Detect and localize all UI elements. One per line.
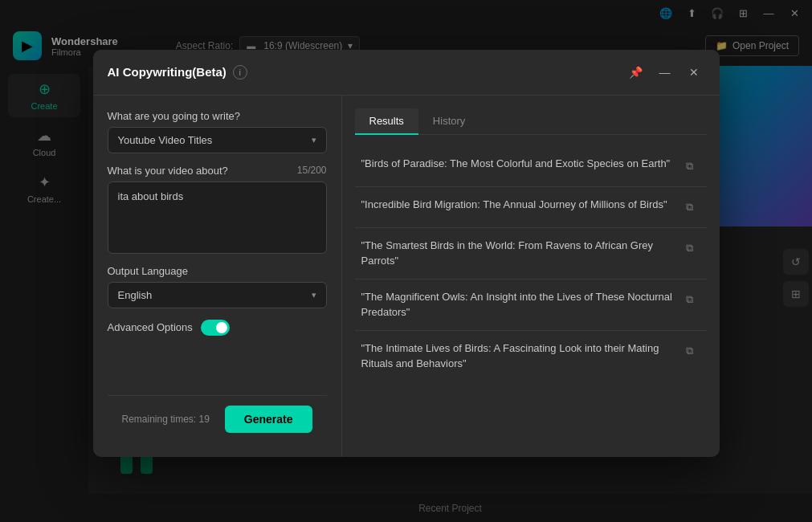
pin-button[interactable]: 📌 xyxy=(625,61,647,84)
copy-button-4[interactable]: ⧉ xyxy=(679,289,700,310)
remaining-times: Remaining times: 19 xyxy=(122,414,210,425)
char-counter: 15/200 xyxy=(297,165,327,176)
write-type-dropdown[interactable]: Youtube Video Titles ▾ xyxy=(108,127,327,153)
modal-title: AI Copywriting(Beta) xyxy=(108,65,226,79)
result-text-5: "The Intimate Lives of Birds: A Fascinat… xyxy=(361,341,673,372)
generate-button[interactable]: Generate xyxy=(225,406,312,433)
advanced-options-row: Advanced Options xyxy=(108,320,327,336)
results-list: "Birds of Paradise: The Most Colorful an… xyxy=(355,146,707,444)
copy-button-1[interactable]: ⧉ xyxy=(679,156,700,177)
modal-header-actions: 📌 — ✕ xyxy=(625,61,705,84)
video-about-label: What is your video about? 15/200 xyxy=(108,165,327,177)
modal-overlay: AI Copywriting(Beta) i 📌 — ✕ What a xyxy=(0,0,812,522)
output-language-field: Output Language English ▾ xyxy=(108,265,327,308)
result-item-5: "The Intimate Lives of Birds: A Fascinat… xyxy=(355,331,707,381)
output-language-label: Output Language xyxy=(108,265,327,277)
tab-results[interactable]: Results xyxy=(355,108,418,135)
language-dropdown-arrow-icon: ▾ xyxy=(312,290,316,300)
result-item-4: "The Magnificent Owls: An Insight into t… xyxy=(355,279,707,331)
modal-left-panel: What are you going to write? Youtube Vid… xyxy=(93,96,342,457)
result-text-2: "Incredible Bird Migration: The Annual J… xyxy=(361,197,673,213)
write-label: What are you going to write? xyxy=(108,110,327,122)
advanced-options-toggle[interactable] xyxy=(201,320,230,336)
result-text-1: "Birds of Paradise: The Most Colorful an… xyxy=(361,156,673,172)
copy-button-2[interactable]: ⧉ xyxy=(679,197,700,218)
output-language-dropdown[interactable]: English ▾ xyxy=(108,282,327,308)
write-type-field: What are you going to write? Youtube Vid… xyxy=(108,110,327,153)
result-item-1: "Birds of Paradise: The Most Colorful an… xyxy=(355,146,707,187)
modal-fields: What are you going to write? Youtube Vid… xyxy=(108,110,327,382)
close-modal-button[interactable]: ✕ xyxy=(683,61,705,84)
result-item-3: "The Smartest Birds in the World: From R… xyxy=(355,228,707,279)
toggle-knob xyxy=(216,322,227,333)
video-about-textarea[interactable]: ita about birds xyxy=(108,181,327,254)
ai-copywriting-modal: AI Copywriting(Beta) i 📌 — ✕ What a xyxy=(93,50,720,457)
video-about-field: What is your video about? 15/200 ita abo… xyxy=(108,165,327,254)
dropdown-arrow-icon: ▾ xyxy=(312,135,316,145)
tab-history[interactable]: History xyxy=(418,108,479,135)
result-text-4: "The Magnificent Owls: An Insight into t… xyxy=(361,289,673,320)
modal-title-row: AI Copywriting(Beta) i xyxy=(108,65,247,80)
modal-body: What are you going to write? Youtube Vid… xyxy=(93,96,720,457)
modal-header: AI Copywriting(Beta) i 📌 — ✕ xyxy=(93,50,720,96)
modal-right-panel: Results History "Birds of Paradise: The … xyxy=(342,96,720,457)
copy-button-5[interactable]: ⧉ xyxy=(679,341,700,361)
result-item-2: "Incredible Bird Migration: The Annual J… xyxy=(355,187,707,228)
copy-button-3[interactable]: ⧉ xyxy=(679,238,700,259)
advanced-options-label: Advanced Options xyxy=(108,321,193,333)
minimize-modal-button[interactable]: — xyxy=(654,61,676,84)
result-text-3: "The Smartest Birds in the World: From R… xyxy=(361,238,673,269)
info-icon[interactable]: i xyxy=(233,65,247,80)
tabs-row: Results History xyxy=(355,108,707,135)
modal-footer: Remaining times: 19 Generate xyxy=(108,395,327,442)
